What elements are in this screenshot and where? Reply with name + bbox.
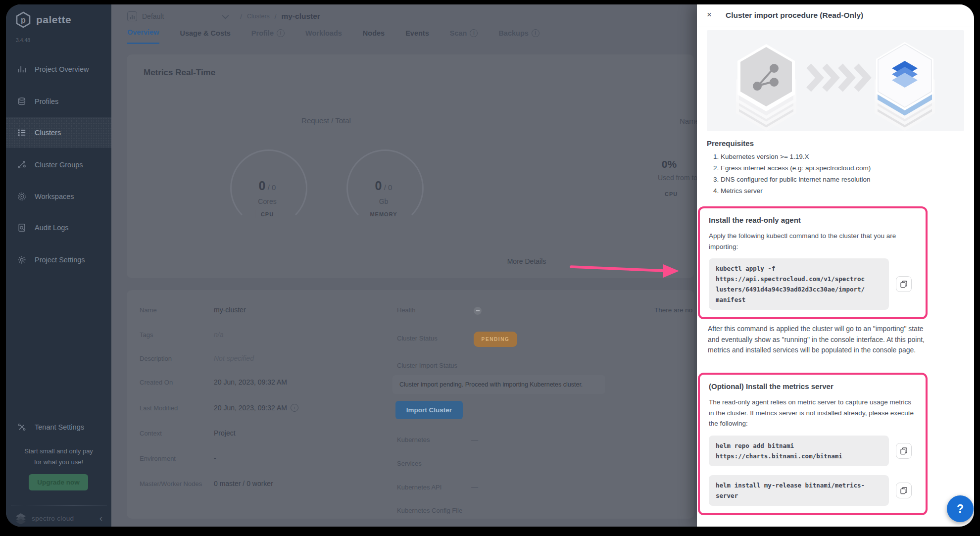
last-modified-value: 20 Jun, 2023, 09:32 AM <box>214 404 298 412</box>
panel-title: Cluster import procedure (Read-Only) <box>726 11 863 20</box>
kubectl-command-row: kubectl apply -f https://api.spectroclou… <box>709 258 917 310</box>
sidebar-item-clusters[interactable]: Clusters <box>6 123 111 143</box>
sidebar-item-label: Workspaces <box>35 193 74 200</box>
usage-cpu-label: CPU <box>665 191 678 197</box>
truncated-side-text: There are no <box>654 306 692 314</box>
gear-icon <box>17 255 27 265</box>
breadcrumb-separator: / <box>275 13 277 20</box>
prerequisite-item: Kubernetes version >= 1.19.X <box>721 151 971 162</box>
row-label: Master/Worker Nodes <box>140 480 202 487</box>
project-selector-icon <box>127 11 137 21</box>
sidebar-item-workspaces[interactable]: Workspaces <box>6 187 111 206</box>
info-icon <box>532 29 539 37</box>
context-value: Project <box>214 429 236 437</box>
info-icon <box>277 29 285 37</box>
row-label: Kubernetes <box>397 436 430 443</box>
cluster-status-label: Cluster Status <box>397 335 438 342</box>
copy-icon <box>900 447 908 455</box>
app-window: p palette 3.4.48 Project Overview Profil… <box>6 4 974 527</box>
memory-gauge-label: MEMORY <box>365 210 402 218</box>
tab-events[interactable]: Events <box>405 28 429 44</box>
helm-repo-command-row: helm repo add bitnami https://charts.bit… <box>709 436 917 466</box>
svg-text:p: p <box>21 16 26 24</box>
row-label: Kubernetes API <box>397 484 441 491</box>
tab-backups[interactable]: Backups <box>498 28 539 44</box>
more-details-link[interactable]: More Details <box>507 257 546 265</box>
prerequisite-item: Metrics server <box>721 185 971 196</box>
cpu-gauge-label: CPU <box>256 210 279 218</box>
layers-icon <box>17 97 27 106</box>
breadcrumb-clusters[interactable]: Clusters <box>247 13 270 20</box>
cluster-import-status-label: Cluster Import Status <box>397 362 457 369</box>
tab-workloads[interactable]: Workloads <box>305 28 342 44</box>
prerequisite-item: DNS configured for public internet name … <box>721 174 971 185</box>
tab-usage-costs[interactable]: Usage & Costs <box>180 28 231 44</box>
screen: p palette 3.4.48 Project Overview Profil… <box>0 0 980 536</box>
tab-scan[interactable]: Scan <box>450 28 478 44</box>
sidebar-item-audit-logs[interactable]: Audit Logs <box>6 218 111 238</box>
sidebar-item-project-overview[interactable]: Project Overview <box>6 59 111 79</box>
sidebar: p palette 3.4.48 Project Overview Profil… <box>6 4 111 527</box>
copy-button[interactable] <box>896 276 912 292</box>
row-label: Name <box>140 306 157 314</box>
row-label: Environment <box>140 455 176 462</box>
sidebar-item-label: Clusters <box>35 129 61 137</box>
help-button[interactable]: ? <box>947 495 974 522</box>
row-label: Context <box>140 430 162 437</box>
row-label: Tags <box>140 331 153 339</box>
tab-nodes[interactable]: Nodes <box>363 28 385 44</box>
sidebar-divider <box>11 505 106 506</box>
highlight-box-install-agent: Install the read-only agent Apply the fo… <box>698 206 928 319</box>
chevron-down-icon[interactable] <box>222 12 229 19</box>
tags-value: n/a <box>214 331 223 339</box>
sidebar-item-label: Cluster Groups <box>35 161 83 169</box>
brand: p palette <box>15 11 71 28</box>
sidebar-item-project-settings[interactable]: Project Settings <box>6 250 111 270</box>
annotation-arrow <box>569 260 681 280</box>
spectro-cloud-logo-icon <box>15 512 27 524</box>
import-procedure-panel: × Cluster import procedure (Read-Only) <box>697 4 974 527</box>
cpu-gauge-value: 0 / 0 <box>259 179 276 193</box>
memory-gauge-value: 0 / 0 <box>375 179 392 193</box>
panel-header: × Cluster import procedure (Read-Only) <box>697 4 974 27</box>
sidebar-item-label: Project Overview <box>35 65 89 73</box>
sidebar-item-tenant-settings[interactable]: Tenant Settings <box>6 417 111 437</box>
sidebar-collapse-chevron[interactable]: ‹ <box>99 513 102 524</box>
version-label: 3.4.48 <box>16 37 30 43</box>
copy-button[interactable] <box>896 443 912 459</box>
kubectl-command-code: kubectl apply -f https://api.spectroclou… <box>709 258 889 310</box>
cluster-tabs: Overview Usage & Costs Profile Workloads… <box>127 28 539 44</box>
spectro-cloud-wordmark: spectro cloud <box>32 515 74 522</box>
kubernetes-api-value: — <box>471 483 478 491</box>
highlight-box-metrics-server: (Optional) Install the metrics server Th… <box>698 373 928 515</box>
copy-button[interactable] <box>896 483 912 498</box>
install-agent-intro: Apply the following kubectl command to t… <box>709 231 917 252</box>
environment-value: - <box>214 454 216 462</box>
tab-overview[interactable]: Overview <box>127 28 159 44</box>
created-on-value: 20 Jun, 2023, 09:32 AM <box>214 378 287 386</box>
copy-icon <box>900 280 908 288</box>
metrics-server-title: (Optional) Install the metrics server <box>709 382 917 390</box>
hexagon-clusters-graphic <box>707 30 964 131</box>
tab-profile[interactable]: Profile <box>251 28 285 44</box>
upgrade-promo-text: Start small and only pay for what you us… <box>6 446 111 468</box>
memory-gauge-unit: Gb <box>379 197 389 205</box>
cluster-name-value: my-cluster <box>214 306 246 314</box>
close-icon[interactable]: × <box>707 10 712 20</box>
metrics-title: Metrics Real-Time <box>144 68 215 78</box>
nodes-value: 0 master / 0 worker <box>214 480 273 487</box>
sidebar-item-profiles[interactable]: Profiles <box>6 92 111 111</box>
prerequisites-list: Kubernetes version >= 1.19.X Egress inte… <box>707 151 971 196</box>
sidebar-item-cluster-groups[interactable]: Cluster Groups <box>6 155 111 175</box>
metrics-server-intro: The read-only agent relies on metric ser… <box>709 397 917 429</box>
helm-install-command-code: helm install my-release bitnami/metrics-… <box>709 475 889 506</box>
project-selector[interactable]: Default <box>142 12 164 20</box>
brand-name: palette <box>36 14 71 26</box>
after-command-note: After this command is applied the cluste… <box>708 324 933 356</box>
services-value: — <box>471 459 478 467</box>
breadcrumb: Default / Clusters / my-cluster <box>127 8 320 24</box>
upgrade-now-button[interactable]: Upgrade now <box>29 474 88 490</box>
row-label: Last Modified <box>140 404 178 412</box>
palette-logo-icon: p <box>15 11 32 28</box>
import-cluster-button[interactable]: Import Cluster <box>395 401 463 419</box>
